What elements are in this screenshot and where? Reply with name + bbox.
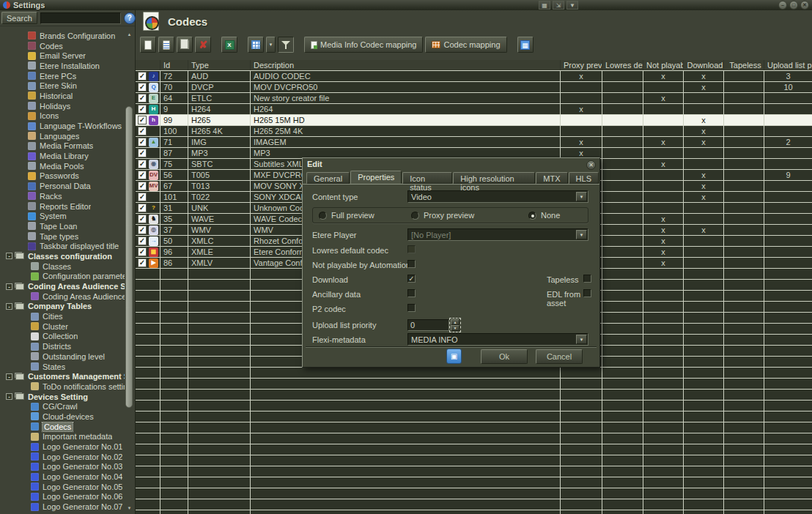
row-checkbox[interactable] (138, 72, 147, 81)
tree-item[interactable]: - Logo Generator No.03 (0, 462, 125, 472)
media-info-codec-mapping-button[interactable]: Media Info Codec mapping (304, 37, 423, 53)
grid-view-dropdown-button[interactable]: ▼ (266, 37, 276, 53)
p2-codec-checkbox[interactable] (407, 304, 416, 312)
tree-item[interactable]: - Customers Management S (0, 371, 125, 381)
header-lowres-default[interactable]: Lowres def... (602, 60, 643, 70)
row-checkbox[interactable] (138, 247, 147, 256)
chevron-down-icon[interactable]: ▼ (576, 335, 587, 344)
row-checkbox[interactable] (138, 116, 147, 124)
tree-item[interactable]: - Districts (0, 341, 125, 351)
tree-item[interactable]: - Passwords (0, 171, 125, 182)
row-checkbox[interactable] (138, 105, 147, 113)
collapse-icon[interactable]: - (6, 283, 12, 290)
preview-radio[interactable]: Full preview (319, 211, 374, 220)
search-input[interactable] (40, 12, 121, 24)
ancillary-data-checkbox[interactable] (407, 289, 416, 297)
spin-down-icon[interactable]: ▼ (451, 325, 459, 331)
row-checkbox[interactable] (138, 127, 147, 135)
delete-button[interactable]: ✘ (195, 37, 211, 53)
tree-item[interactable]: - Language T-Workflows (0, 121, 125, 131)
grid-icon[interactable]: ▦ (539, 1, 550, 10)
tree-item[interactable]: - Media Pools (0, 161, 125, 171)
collapse-icon[interactable]: - (6, 303, 12, 310)
tree-item[interactable]: - Coding Areas Audience S (0, 281, 125, 291)
row-checkbox[interactable] (138, 138, 147, 146)
tree-item[interactable]: - Logo Generator No.02 (0, 452, 125, 462)
not-playable-checkbox[interactable] (407, 260, 416, 268)
tree-item[interactable]: - Icons (0, 111, 125, 122)
tree-item[interactable]: - Media Library (0, 151, 125, 161)
chevron-down-icon[interactable]: ▼ (576, 230, 587, 239)
tree-item[interactable]: - Personal Data (0, 181, 125, 191)
header-not-playable[interactable]: Not playab... (643, 60, 684, 70)
row-checkbox[interactable] (138, 215, 147, 223)
columns-button[interactable]: ▦ (517, 37, 534, 53)
table-row[interactable]: h 99 H265 H265 15M HD x (136, 115, 812, 126)
row-checkbox[interactable] (138, 94, 147, 103)
collapse-icon[interactable]: - (6, 393, 12, 400)
copy-button[interactable] (177, 37, 193, 53)
tree-item[interactable]: - Important metadata (0, 432, 125, 442)
row-checkbox[interactable] (138, 236, 147, 245)
header-upload-priority[interactable]: Upload list prior... (764, 60, 812, 70)
row-checkbox[interactable] (138, 226, 147, 234)
preview-radio[interactable]: None (528, 211, 560, 220)
tree-item[interactable]: - Cities (0, 311, 125, 321)
tree-item[interactable]: - Holidays (0, 101, 125, 111)
dialog-tab[interactable]: Properties (350, 171, 402, 184)
scrollbar-thumb[interactable] (125, 106, 133, 408)
ok-button[interactable]: Ok (481, 349, 528, 364)
radio-icon[interactable] (528, 212, 536, 220)
radio-icon[interactable] (411, 212, 419, 220)
table-row[interactable]: Q 70 DVCP MOV DVCPRO50 x 10 (136, 82, 812, 93)
tree-item[interactable]: - Logo Generator No.01 (0, 442, 125, 452)
tree-item[interactable]: - ToDo notifications settings (0, 381, 125, 392)
new-button[interactable] (140, 37, 156, 53)
minimize-button[interactable]: – (778, 1, 787, 10)
chevron-down-icon[interactable]: ▼ (566, 1, 578, 10)
tree-item[interactable]: - States (0, 362, 125, 372)
collapse-icon[interactable]: - (6, 253, 12, 259)
tree-item[interactable]: - Taskbar displayed title (0, 241, 125, 251)
row-checkbox[interactable] (138, 160, 147, 168)
tree-item[interactable]: - Logo Generator No.05 (0, 482, 125, 492)
tree-item[interactable]: - Cluster (0, 321, 125, 332)
table-row[interactable]: ▲ 71 IMG IMAGEM x x x 2 (136, 137, 812, 148)
metadata-icon-button[interactable]: ▣ (446, 349, 462, 364)
dialog-tab[interactable]: Icon status (402, 172, 452, 184)
row-checkbox[interactable] (138, 258, 147, 267)
tree-item[interactable]: - Cloud-devices (0, 411, 125, 422)
tree-item[interactable]: - Historical (0, 91, 125, 101)
edit-button[interactable] (158, 37, 174, 53)
grid-view-button[interactable] (248, 37, 264, 53)
tree-item[interactable]: - Logo Generator No.07 (0, 502, 125, 512)
edl-from-asset-checkbox[interactable] (583, 289, 591, 297)
tree-item[interactable]: - Outstanding level (0, 351, 125, 362)
lowres-default-checkbox[interactable] (407, 245, 416, 253)
dialog-tab[interactable]: HLS (569, 172, 599, 184)
tree-item[interactable]: - Languages (0, 131, 125, 141)
resize-icon[interactable]: ⇲ (553, 1, 564, 10)
collapse-icon[interactable]: - (6, 373, 12, 380)
dialog-tab[interactable]: High resolution icons (453, 172, 535, 184)
scroll-down-icon[interactable]: ▼ (125, 504, 133, 513)
tree-item[interactable]: - Etere Installation (0, 61, 125, 71)
row-checkbox[interactable] (138, 182, 147, 190)
tree-item[interactable]: - Logo Generator No.04 (0, 472, 125, 482)
title-bar[interactable]: Settings ▦ ⇲ ▼ – □ ✕ (0, 0, 812, 10)
header-proxy-preview[interactable]: Proxy previ... (561, 60, 602, 70)
tree-item[interactable]: - Media Formats (0, 141, 125, 152)
row-checkbox[interactable] (138, 149, 147, 157)
header-type[interactable]: Type (188, 60, 251, 70)
spin-up-icon[interactable]: ▲ (451, 319, 459, 325)
row-checkbox[interactable] (138, 83, 147, 92)
header-download[interactable]: Download (684, 60, 724, 70)
tree-item[interactable]: - Tape types (0, 231, 125, 242)
preview-radio[interactable]: Proxy preview (411, 211, 474, 220)
cancel-button[interactable]: Cancel (536, 349, 583, 364)
tree-item[interactable]: - Devices Setting (0, 392, 125, 402)
tree-item[interactable]: - Brands Configuration (0, 31, 125, 41)
chevron-down-icon[interactable]: ▼ (576, 192, 587, 201)
tree-item[interactable]: - Coding Areas Audience (0, 291, 125, 302)
tree-item[interactable]: - System (0, 211, 125, 221)
